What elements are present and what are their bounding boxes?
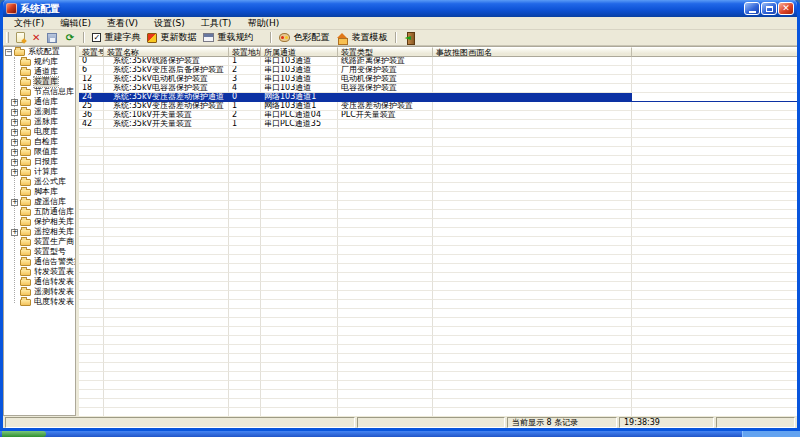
tree-item-18[interactable]: +装置生产商 — [4, 237, 75, 247]
tree-item-21[interactable]: +转发装置表 — [4, 267, 75, 277]
column-header-4[interactable]: 装置类型 — [338, 47, 433, 57]
menu-tools[interactable]: 工具(T) — [193, 17, 240, 30]
tree-item-23[interactable]: +遥测转发表 — [4, 287, 75, 297]
expand-icon[interactable]: + — [11, 159, 18, 166]
column-header-2[interactable]: 装置地址 — [229, 47, 261, 57]
tree-item-2[interactable]: +装置库 — [4, 77, 75, 87]
tree-item-14[interactable]: +虚遥信库 — [4, 197, 75, 207]
delete-button[interactable]: ✕ — [29, 31, 43, 45]
rebuild-dictionary-button[interactable]: ✓ 重建字典 — [89, 31, 143, 45]
minimize-button[interactable] — [744, 2, 760, 15]
expand-icon[interactable]: + — [11, 199, 18, 206]
column-header-5[interactable]: 事故推图画面名 — [433, 47, 632, 57]
status-panel-secondary — [357, 417, 505, 428]
expand-icon[interactable]: + — [11, 119, 18, 126]
exit-button[interactable] — [401, 31, 419, 45]
empty-cell — [104, 255, 229, 264]
start-button[interactable] — [2, 431, 46, 437]
empty-cell — [79, 273, 104, 282]
column-header-1[interactable]: 装置名称 — [104, 47, 229, 57]
empty-row — [79, 291, 797, 300]
table-row[interactable]: 18系统:35kV电容器保护装置4串口103通道电容器保护装置 — [79, 84, 797, 93]
save-button[interactable] — [44, 31, 60, 45]
empty-cell — [433, 219, 632, 228]
collapse-icon[interactable]: − — [5, 49, 12, 56]
table-row[interactable]: 25系统:35kV变压器差动保护装置1网络103通道1变压器差动保护装置 — [79, 102, 797, 111]
tree-root[interactable]: − 系统配置 — [4, 47, 75, 57]
empty-cell — [261, 399, 338, 408]
empty-cell — [229, 246, 261, 255]
tree-item-16[interactable]: +保护相关库 — [4, 217, 75, 227]
menu-settings[interactable]: 设置(S) — [146, 17, 193, 30]
table-row[interactable]: 42系统:35kV开关量装置1串口PLC通道35 — [79, 120, 797, 129]
refresh-button[interactable]: ⟳ — [61, 31, 78, 45]
close-button[interactable]: ✕ — [778, 2, 794, 15]
table-cell-filler — [632, 363, 797, 372]
tree-item-8[interactable]: +自检库 — [4, 137, 75, 147]
empty-cell — [433, 174, 632, 183]
toolbar-handle[interactable] — [6, 32, 9, 43]
taskbar[interactable] — [0, 431, 800, 437]
expand-icon[interactable]: + — [11, 129, 18, 136]
table-cell: 线路距离保护装置 — [338, 57, 433, 66]
table-row[interactable]: 6系统:35kV变压器后备保护装置2串口103通道厂用变保护装置 — [79, 66, 797, 75]
empty-cell — [433, 228, 632, 237]
column-header-3[interactable]: 所属通道 — [261, 47, 338, 57]
expand-icon[interactable]: + — [11, 99, 18, 106]
status-panel-right — [716, 417, 795, 428]
expand-icon[interactable]: + — [11, 229, 18, 236]
tree-item-7[interactable]: +电度库 — [4, 127, 75, 137]
tree-item-1[interactable]: +通道库 — [4, 67, 75, 77]
tree-item-17[interactable]: +遥控相关库 — [4, 227, 75, 237]
color-config-button[interactable]: 色彩配置 — [276, 31, 332, 45]
tree-item-10[interactable]: +日报库 — [4, 157, 75, 167]
table-row[interactable]: 12系统:35kV电动机保护装置3串口103通道电动机保护装置 — [79, 75, 797, 84]
tree-item-19[interactable]: +装置型号 — [4, 247, 75, 257]
device-template-button[interactable]: 装置模板 — [333, 31, 390, 45]
tree-item-20[interactable]: +通信告警类型 — [4, 257, 75, 267]
tree-item-3[interactable]: +节点信息库 — [4, 87, 75, 97]
empty-cell — [261, 336, 338, 345]
table-cell-filler — [632, 192, 797, 201]
empty-cell — [79, 372, 104, 381]
tree-item-4[interactable]: +通信库 — [4, 97, 75, 107]
table-row[interactable]: 36系统:10kV开关量装置2串口PLC通道04PLC开关量装置 — [79, 111, 797, 120]
menu-help[interactable]: 帮助(H) — [239, 17, 287, 30]
tree-item-22[interactable]: +通信转发表 — [4, 277, 75, 287]
tree-item-15[interactable]: +五防通信库 — [4, 207, 75, 217]
column-header-0[interactable]: 装置号 — [79, 47, 104, 57]
menu-view[interactable]: 查看(V) — [99, 17, 146, 30]
tree-item-13[interactable]: +脚本库 — [4, 187, 75, 197]
expand-icon[interactable]: + — [11, 109, 18, 116]
update-data-button[interactable]: 更新数据 — [144, 31, 199, 45]
new-button[interactable] — [13, 31, 28, 45]
title-bar[interactable]: 系统配置 ✕ — [3, 0, 797, 17]
tree-item-12[interactable]: +遥公式库 — [4, 177, 75, 187]
empty-cell — [433, 273, 632, 282]
table-cell: 2 — [229, 111, 261, 120]
reload-protocol-button[interactable]: 重载规约 — [200, 31, 256, 45]
update-data-icon — [147, 33, 157, 43]
empty-cell — [433, 399, 632, 408]
folder-icon — [20, 159, 31, 166]
empty-cell — [79, 201, 104, 210]
expand-icon[interactable]: + — [11, 139, 18, 146]
tree-item-9[interactable]: +限值库 — [4, 147, 75, 157]
status-clock: 19:38:39 — [619, 417, 714, 428]
table-row[interactable]: 24系统:35kV变压器差动保护通道0网络103通道1 — [79, 93, 797, 102]
empty-cell — [229, 381, 261, 390]
expand-icon[interactable]: + — [11, 149, 18, 156]
expand-icon[interactable]: + — [11, 169, 18, 176]
tree-item-11[interactable]: +计算库 — [4, 167, 75, 177]
menu-edit[interactable]: 编辑(E) — [52, 17, 99, 30]
menu-file[interactable]: 文件(F) — [6, 17, 52, 30]
empty-row — [79, 363, 797, 372]
tree-item-5[interactable]: +遥测库 — [4, 107, 75, 117]
tree-item-0[interactable]: +规约库 — [4, 57, 75, 67]
restore-button[interactable] — [761, 2, 777, 15]
tree-item-24[interactable]: +电度转发表 — [4, 297, 75, 307]
system-tray[interactable] — [742, 431, 800, 437]
table-row[interactable]: 0系统:35kV线路保护装置1串口103通道线路距离保护装置 — [79, 57, 797, 66]
tree-item-6[interactable]: +遥脉库 — [4, 117, 75, 127]
folder-icon — [20, 109, 31, 116]
